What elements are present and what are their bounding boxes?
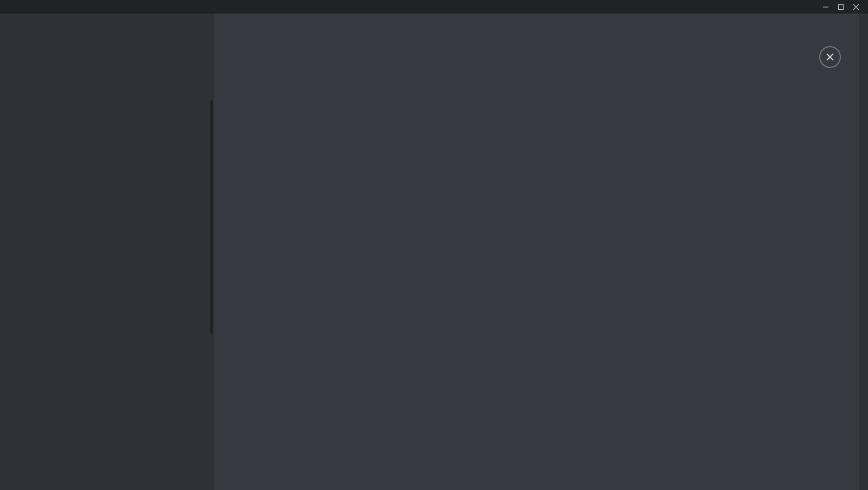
- window-close-button[interactable]: [848, 0, 864, 14]
- sidebar-scrollbar[interactable]: [210, 100, 213, 334]
- svg-rect-1: [839, 4, 844, 9]
- window-minimize-button[interactable]: [818, 0, 833, 14]
- close-icon: [825, 52, 835, 62]
- content-scrollbar-track[interactable]: [859, 14, 868, 490]
- settings-content: [214, 14, 868, 490]
- titlebar: [0, 0, 868, 14]
- settings-sidebar: [0, 14, 214, 490]
- window-maximize-button[interactable]: [833, 0, 848, 14]
- close-settings-button[interactable]: [819, 46, 841, 68]
